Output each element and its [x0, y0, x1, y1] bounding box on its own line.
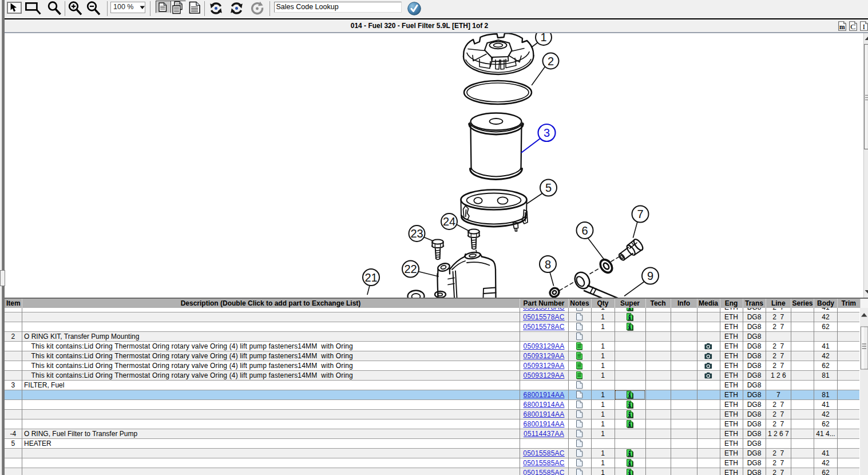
svg-text:24: 24 — [443, 215, 455, 228]
svg-text:9: 9 — [647, 270, 653, 282]
svg-text:7: 7 — [637, 208, 643, 220]
svg-text:6: 6 — [581, 224, 588, 236]
svg-text:21: 21 — [364, 271, 377, 283]
svg-text:5: 5 — [545, 181, 552, 194]
svg-text:1: 1 — [540, 33, 546, 43]
svg-text:m: m — [839, 23, 845, 30]
svg-text:C: C — [850, 22, 855, 31]
svg-text:3: 3 — [544, 126, 550, 139]
svg-text:2: 2 — [548, 54, 554, 67]
svg-text:I: I — [863, 22, 866, 31]
svg-text:8: 8 — [545, 258, 551, 270]
svg-text:23: 23 — [410, 227, 423, 240]
svg-text:22: 22 — [404, 263, 417, 275]
